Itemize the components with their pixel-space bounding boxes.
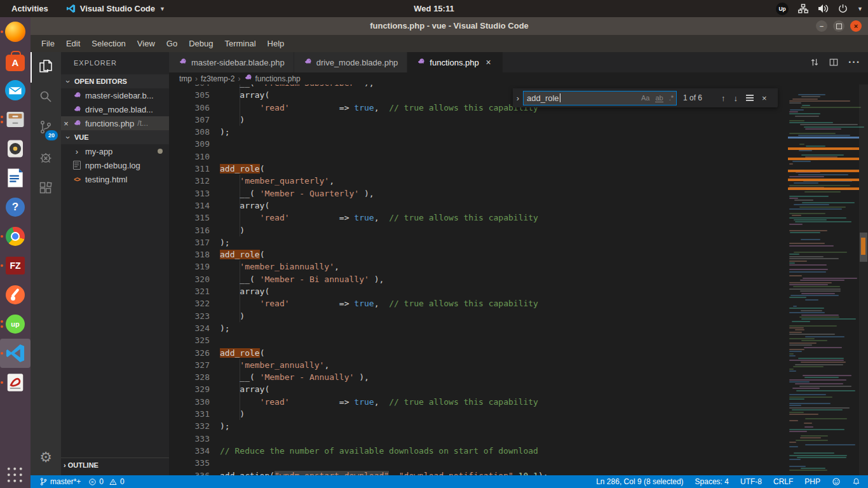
project-section-header[interactable]: › VUE xyxy=(61,130,169,144)
volume-icon[interactable] xyxy=(818,4,829,13)
code-line[interactable]: 327 'member_annually', xyxy=(169,359,788,371)
more-actions-icon[interactable]: ··· xyxy=(848,57,860,68)
code-line[interactable]: 310 xyxy=(169,151,788,163)
code-line[interactable]: 309 xyxy=(169,138,788,150)
eol-status[interactable]: CRLF xyxy=(773,477,793,486)
activity-explorer[interactable] xyxy=(31,52,61,83)
maximize-button[interactable] xyxy=(833,20,844,32)
menu-file[interactable]: File xyxy=(36,35,60,52)
code-line[interactable]: 329 array( xyxy=(169,383,788,395)
project-item-my-app[interactable]: ›my-app xyxy=(61,144,169,158)
upwork-tray-icon[interactable]: Up xyxy=(776,3,789,15)
project-item-testing-html[interactable]: <>testing.html xyxy=(61,172,169,186)
encoding-status[interactable]: UTF-8 xyxy=(740,477,762,486)
settings-gear-icon[interactable]: ⚙ xyxy=(31,445,61,470)
code-line[interactable]: 312 'member_quarterly', xyxy=(169,175,788,187)
close-tab-icon[interactable]: × xyxy=(484,57,494,67)
code-line[interactable]: 328 __( 'Member - Annually' ), xyxy=(169,371,788,383)
power-icon[interactable] xyxy=(838,4,848,13)
menu-view[interactable]: View xyxy=(132,35,161,52)
code-line[interactable]: 334// Reduce the number of available dow… xyxy=(169,445,788,457)
split-editor-icon[interactable] xyxy=(829,58,838,67)
code-line[interactable]: 318add_role( xyxy=(169,248,788,261)
minimize-button[interactable]: – xyxy=(816,20,827,32)
menu-help[interactable]: Help xyxy=(262,35,290,52)
app-menu[interactable]: Visual Studio Code ▼ xyxy=(60,0,172,17)
code-line[interactable]: 333 xyxy=(169,433,788,445)
activity-search[interactable] xyxy=(31,83,61,113)
libreoffice-writer-dock-icon[interactable] xyxy=(0,163,31,193)
close-icon[interactable]: × xyxy=(61,119,71,128)
indentation-status[interactable]: Spaces: 4 xyxy=(695,477,729,486)
chrome-dock-icon[interactable] xyxy=(0,222,31,251)
document-viewer-dock-icon[interactable] xyxy=(0,368,31,397)
code-line[interactable]: 325 xyxy=(169,334,788,346)
open-editor-item[interactable]: drive_mode.blad... xyxy=(61,102,169,116)
tab-master-sidebar-blade-php[interactable]: master-sidebar.blade.php xyxy=(169,52,294,72)
menu-debug[interactable]: Debug xyxy=(183,35,219,52)
help-dock-icon[interactable]: ? xyxy=(0,193,31,222)
close-find-icon[interactable]: × xyxy=(762,93,767,103)
find-input[interactable]: add_role Aa ab .* xyxy=(523,91,677,105)
menu-edit[interactable]: Edit xyxy=(60,35,86,52)
next-match-icon[interactable]: ↓ xyxy=(734,93,738,103)
code-line[interactable]: 315 'read' => true, // true allows this … xyxy=(169,212,788,224)
menu-go[interactable]: Go xyxy=(161,35,183,52)
ubuntu-software-dock-icon[interactable]: A xyxy=(0,46,31,76)
open-editor-item[interactable]: master-sidebar.b... xyxy=(61,88,169,102)
menu-terminal[interactable]: Terminal xyxy=(219,35,261,52)
breadcrumb-segment[interactable]: functions.php xyxy=(243,74,300,83)
activity-source-control[interactable]: 20 xyxy=(31,113,61,144)
firefox-dock-icon[interactable] xyxy=(0,17,31,46)
code-line[interactable]: 317); xyxy=(169,236,788,248)
match-case-icon[interactable]: Aa xyxy=(641,94,649,102)
close-button[interactable]: × xyxy=(850,20,862,32)
notifications-bell-icon[interactable] xyxy=(852,477,860,486)
code-line[interactable]: 307 ) xyxy=(169,114,788,126)
code-line[interactable]: 323 ) xyxy=(169,310,788,322)
previous-match-icon[interactable]: ↑ xyxy=(721,93,726,103)
thunderbird-dock-icon[interactable] xyxy=(0,76,31,105)
menu-selection[interactable]: Selection xyxy=(86,35,131,52)
breadcrumb-segment[interactable]: fz3temp-2 xyxy=(201,74,234,83)
branch-status[interactable]: master*+ xyxy=(39,477,81,486)
code-line[interactable]: 316 ) xyxy=(169,224,788,236)
find-in-selection-icon[interactable] xyxy=(746,95,754,96)
code-line[interactable]: 326add_role( xyxy=(169,347,788,359)
system-menu-chevron-icon[interactable]: ▼ xyxy=(857,6,863,12)
open-editor-item[interactable]: ×functions.php/t... xyxy=(61,116,169,130)
network-icon[interactable] xyxy=(798,4,808,13)
filezilla-dock-icon[interactable]: FZ xyxy=(0,251,31,280)
code-line[interactable]: 311add_role( xyxy=(169,163,788,175)
cursor-position-status[interactable]: Ln 286, Col 9 (8 selected) xyxy=(596,477,683,486)
whole-word-icon[interactable]: ab xyxy=(655,94,663,102)
toggle-replace-chevron-icon[interactable]: › xyxy=(513,93,523,103)
code-line[interactable]: 332); xyxy=(169,420,788,432)
code-area[interactable]: 304 __( 'Premium Subscriber' ),305 array… xyxy=(169,85,788,475)
activities-button[interactable]: Activities xyxy=(0,0,60,17)
code-line[interactable]: 321 array( xyxy=(169,285,788,297)
problems-status[interactable]: 0 0 xyxy=(88,477,124,486)
feedback-smiley-icon[interactable] xyxy=(832,477,841,486)
tab-functions-php[interactable]: functions.php× xyxy=(407,52,503,72)
file-manager-dock-icon[interactable] xyxy=(0,105,31,134)
open-changes-icon[interactable] xyxy=(810,58,819,67)
code-line[interactable]: 335 xyxy=(169,457,788,469)
code-line[interactable]: 330 'read' => true, // true allows this … xyxy=(169,396,788,408)
code-line[interactable]: 331 ) xyxy=(169,408,788,420)
minimap[interactable] xyxy=(788,85,859,475)
code-line[interactable]: 314 array( xyxy=(169,200,788,212)
code-line[interactable]: 324); xyxy=(169,322,788,334)
breadcrumb-segment[interactable]: tmp xyxy=(179,74,192,83)
show-applications-button[interactable] xyxy=(6,466,24,484)
open-editors-header[interactable]: › OPEN EDITORS xyxy=(61,74,169,88)
tab-drive-mode-blade-php[interactable]: drive_mode.blade.php xyxy=(294,52,408,72)
upwork-dock-icon[interactable]: up xyxy=(0,309,31,339)
code-line[interactable]: 336add_action("wpdm_onstart_download", "… xyxy=(169,470,788,476)
code-line[interactable]: 322 'read' => true, // true allows this … xyxy=(169,297,788,309)
code-line[interactable]: 319 'member_biannually', xyxy=(169,261,788,273)
vscode-dock-icon[interactable] xyxy=(0,339,31,368)
media-player-dock-icon[interactable] xyxy=(0,134,31,163)
language-status[interactable]: PHP xyxy=(804,477,820,486)
code-line[interactable]: 313 __( 'Member - Quarterly' ), xyxy=(169,187,788,200)
